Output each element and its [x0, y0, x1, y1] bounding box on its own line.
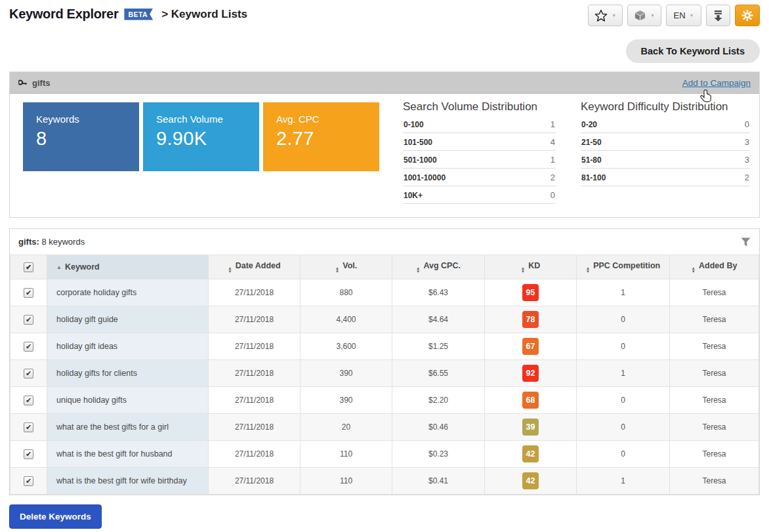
- vol-cell: 390: [301, 360, 392, 387]
- kd-badge: 42: [522, 472, 539, 490]
- export-button[interactable]: [706, 5, 730, 26]
- vol-cell: 20: [301, 414, 392, 441]
- column-header-kd[interactable]: ▲▼KD: [485, 255, 577, 279]
- settings-button[interactable]: [735, 5, 760, 26]
- vol-cell: 390: [301, 387, 392, 414]
- stat-card-keywords: Keywords 8: [23, 102, 139, 171]
- apps-dropdown-button[interactable]: ▼: [627, 5, 661, 26]
- added-by-cell: Teresa: [670, 414, 759, 441]
- delete-keywords-button[interactable]: Delete Keywords: [9, 504, 102, 529]
- add-to-campaign-link[interactable]: Add to Campaign: [682, 78, 751, 88]
- table-row: ✔ holiday gift guide 27/11/2018 4,400 $4…: [10, 306, 759, 333]
- vol-cell: 110: [301, 441, 392, 468]
- favorites-dropdown-button[interactable]: ▼: [588, 5, 623, 26]
- added-by-cell: Teresa: [670, 333, 759, 360]
- table-summary: gifts: 8 keywords: [18, 237, 85, 247]
- check-icon: ✔: [26, 478, 31, 485]
- kd-badge: 92: [522, 365, 539, 382]
- column-header-keyword[interactable]: ▲Keyword: [47, 255, 209, 279]
- stat-label: Avg. CPC: [276, 113, 373, 125]
- row-checkbox[interactable]: ✔: [24, 369, 33, 379]
- column-header-date-added[interactable]: ▲▼Date Added: [209, 255, 301, 279]
- vol-cell: 880: [301, 279, 392, 306]
- keyword-cell: what are the best gifts for a girl: [47, 414, 209, 441]
- column-header-ppc-competition[interactable]: ▲▼PPC Competition: [577, 255, 670, 279]
- distributions: Search Volume Distribution 0-1001 101-50…: [403, 100, 750, 204]
- stat-value: 9.90K: [156, 128, 253, 150]
- distribution-title: Search Volume Distribution: [403, 100, 556, 113]
- table-row: ✔ corporate holiday gifts 27/11/2018 880…: [10, 279, 759, 306]
- added-by-cell: Teresa: [670, 387, 759, 414]
- column-header-added-by[interactable]: ▲▼Added By: [670, 255, 759, 279]
- ppc-cell: 0: [577, 414, 670, 441]
- cpc-cell: $2.20: [392, 387, 485, 414]
- vol-cell: 4,400: [301, 306, 392, 333]
- kd-badge: 67: [522, 338, 539, 356]
- sort-icon: ▲▼: [521, 266, 525, 273]
- check-icon: ✔: [26, 424, 31, 431]
- ppc-cell: 0: [577, 306, 670, 333]
- date-cell: 27/11/2018: [209, 333, 301, 360]
- kd-cell: 92: [485, 360, 577, 387]
- row-checkbox[interactable]: ✔: [24, 449, 33, 459]
- row-checkbox[interactable]: ✔: [24, 342, 33, 352]
- check-icon: ✔: [26, 316, 31, 323]
- select-all-header[interactable]: ✔: [10, 255, 47, 279]
- app-header: Keyword Explorer BETA > Keyword Lists ▼ …: [0, 0, 769, 26]
- kd-cell: 95: [485, 279, 577, 306]
- date-cell: 27/11/2018: [209, 360, 301, 387]
- column-header-avg-cpc[interactable]: ▲▼Avg CPC.: [392, 255, 485, 279]
- gear-icon: [741, 9, 753, 22]
- date-cell: 27/11/2018: [209, 279, 301, 306]
- kd-cell: 78: [485, 306, 577, 333]
- kd-cell: 39: [485, 414, 577, 441]
- keyword-cell: holiday gift guide: [47, 306, 209, 333]
- checkbox-cell: ✔: [10, 441, 47, 468]
- beta-badge: BETA: [124, 9, 153, 20]
- back-to-keyword-lists-button[interactable]: Back To Keyword Lists: [626, 39, 760, 63]
- kd-badge: 42: [522, 445, 539, 463]
- row-checkbox[interactable]: ✔: [24, 396, 33, 405]
- added-by-cell: Teresa: [670, 360, 759, 387]
- added-by-cell: Teresa: [670, 279, 759, 306]
- row-checkbox[interactable]: ✔: [24, 422, 33, 432]
- added-by-cell: Teresa: [670, 468, 759, 495]
- filter-icon[interactable]: [741, 237, 751, 247]
- chevron-down-icon: ▼: [650, 13, 655, 18]
- date-cell: 27/11/2018: [209, 468, 301, 495]
- stat-card-avg-cpc: Avg. CPC 2.77: [263, 102, 379, 171]
- keywords-table-panel: gifts: 8 keywords ✔ ▲Keyword ▲▼Date Adde…: [9, 228, 760, 495]
- cpc-cell: $6.43: [392, 279, 485, 306]
- language-dropdown-button[interactable]: EN ▼: [666, 5, 701, 26]
- row-checkbox[interactable]: ✔: [24, 288, 33, 298]
- column-header-vol[interactable]: ▲▼Vol.: [301, 255, 392, 279]
- sort-icon: ▲▼: [335, 266, 339, 273]
- keyword-difficulty-distribution: Keyword Difficulty Distribution 0-200 21…: [581, 100, 750, 204]
- title-group: Keyword Explorer BETA > Keyword Lists: [9, 5, 247, 22]
- table-summary-bar: gifts: 8 keywords: [10, 229, 759, 255]
- checkbox-cell: ✔: [10, 333, 47, 360]
- distribution-row: 501-10001: [403, 151, 556, 169]
- table-header-row: ✔ ▲Keyword ▲▼Date Added ▲▼Vol. ▲▼Avg CPC…: [10, 255, 759, 279]
- search-volume-distribution: Search Volume Distribution 0-1001 101-50…: [403, 100, 556, 204]
- added-by-cell: Teresa: [670, 441, 759, 468]
- cpc-cell: $0.46: [392, 414, 485, 441]
- list-summary-body: Keywords 8 Search Volume 9.90K Avg. CPC …: [10, 94, 759, 217]
- vol-cell: 3,600: [301, 333, 392, 360]
- checkbox-cell: ✔: [10, 306, 47, 333]
- check-icon: ✔: [26, 343, 31, 350]
- kd-cell: 67: [485, 333, 577, 360]
- select-all-checkbox[interactable]: ✔: [24, 262, 33, 272]
- kd-badge: 39: [522, 419, 539, 436]
- date-cell: 27/11/2018: [209, 414, 301, 441]
- row-checkbox[interactable]: ✔: [24, 476, 33, 486]
- cpc-cell: $6.55: [392, 360, 485, 387]
- date-cell: 27/11/2018: [209, 306, 301, 333]
- check-icon: ✔: [26, 264, 31, 271]
- row-checkbox[interactable]: ✔: [24, 315, 33, 325]
- list-summary-header: gifts Add to Campaign: [10, 72, 759, 94]
- stat-value: 2.77: [276, 128, 373, 150]
- back-row: Back To Keyword Lists: [0, 26, 769, 72]
- cpc-cell: $4.64: [392, 306, 485, 333]
- list-name: gifts: [32, 78, 50, 88]
